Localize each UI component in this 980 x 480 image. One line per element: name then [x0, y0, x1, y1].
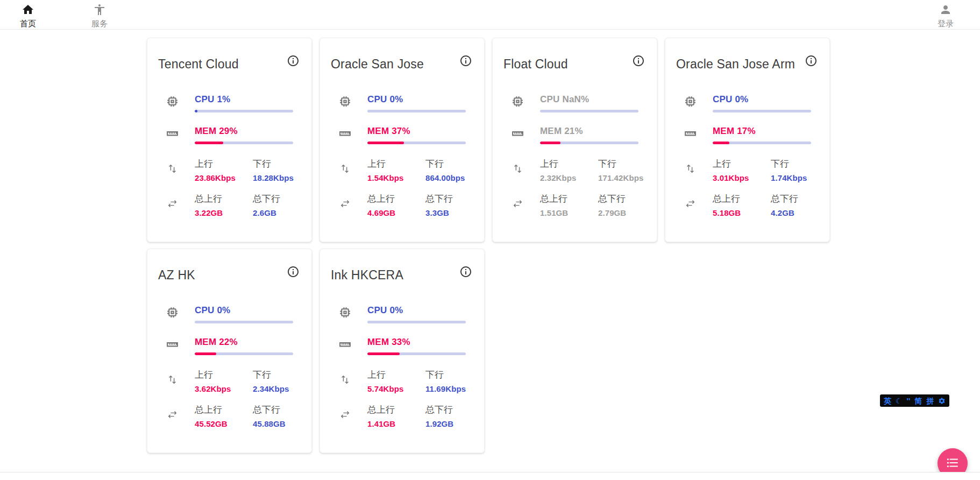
download-label: 下行	[425, 158, 484, 170]
cpu-row: CPU 0%	[338, 305, 466, 323]
cpu-progress-bar	[367, 321, 466, 323]
server-cards-grid: Tencent Cloud CPU 1%	[147, 38, 842, 453]
download-label: 下行	[253, 158, 311, 170]
cpu-chip-icon	[166, 94, 195, 110]
server-card: Tencent Cloud CPU 1%	[147, 38, 312, 242]
cpu-row: CPU NaN%	[511, 94, 638, 112]
total-download-stat: 总下行 2.6GB	[253, 193, 311, 217]
mem-progress-bar	[713, 142, 811, 144]
nav-item-login[interactable]: 登录	[924, 0, 967, 29]
total-upload-label: 总上行	[713, 193, 771, 205]
cpu-value: 0%	[217, 305, 230, 315]
speed-row: 上行 5.74Kbps 下行 11.69Kbps	[338, 369, 466, 393]
upload-stat: 上行 23.86Kbps	[195, 158, 253, 182]
mem-bar-fill	[367, 142, 404, 144]
download-value: 11.69Kbps	[425, 384, 484, 393]
person-icon	[939, 3, 952, 18]
mem-progress-bar	[367, 142, 466, 144]
ime-pinyin-toggle[interactable]: 拼	[926, 397, 934, 405]
server-card: AZ HK CPU 0%	[147, 249, 312, 453]
total-upload-label: 总上行	[195, 404, 253, 416]
download-value: 864.00bps	[425, 173, 484, 182]
total-upload-stat: 总上行 4.69GB	[367, 193, 425, 217]
upload-stat: 上行 5.74Kbps	[367, 369, 425, 393]
total-upload-value: 4.69GB	[367, 208, 425, 217]
total-upload-label: 总上行	[367, 404, 425, 416]
total-upload-stat: 总上行 1.41GB	[367, 404, 425, 428]
upload-value: 23.86Kbps	[195, 173, 253, 182]
speed-row: 上行 3.01Kbps 下行 1.74Kbps	[684, 158, 811, 182]
upload-label: 上行	[367, 369, 425, 381]
mem-label: MEM 29%	[195, 126, 293, 137]
cpu-chip-icon	[511, 94, 540, 110]
upload-stat: 上行 2.32Kbps	[540, 158, 598, 182]
server-name: Oracle San Jose	[331, 57, 424, 72]
total-download-label: 总下行	[253, 404, 311, 416]
server-name: Tencent Cloud	[158, 57, 239, 72]
download-label: 下行	[425, 369, 484, 381]
info-icon[interactable]	[459, 265, 472, 278]
upload-value: 3.01Kbps	[713, 173, 771, 182]
swap-horizontal-icon	[166, 404, 195, 423]
download-stat: 下行 1.74Kbps	[771, 158, 829, 182]
total-download-label: 总下行	[425, 404, 484, 416]
cpu-chip-icon	[338, 94, 367, 110]
swap-vertical-icon	[166, 158, 195, 178]
mem-row: MEM 22%	[166, 337, 293, 355]
mem-row: MEM 37%	[338, 126, 466, 144]
ime-toolbar: 英 ☾ '' 简 拼	[880, 394, 949, 407]
cpu-label: CPU 0%	[713, 94, 811, 105]
info-icon[interactable]	[287, 54, 300, 67]
cpu-value: NaN%	[562, 94, 589, 104]
ime-simplified-toggle[interactable]: 简	[914, 397, 922, 405]
total-download-label: 总下行	[253, 193, 311, 205]
download-value: 171.42Kbps	[598, 173, 656, 182]
upload-label: 上行	[195, 369, 253, 381]
total-row: 总上行 1.41GB 总下行 1.92GB	[338, 404, 466, 428]
server-name: Ink HKCERA	[331, 268, 403, 283]
mem-progress-bar	[367, 352, 466, 355]
server-name: AZ HK	[158, 268, 195, 283]
gear-icon[interactable]	[938, 397, 946, 405]
cpu-value: 0%	[735, 94, 748, 104]
ruler-icon	[338, 126, 367, 142]
ime-language-toggle[interactable]: 英	[884, 397, 891, 405]
upload-stat: 上行 1.54Kbps	[367, 158, 425, 182]
mem-value: 37%	[392, 126, 410, 136]
total-download-value: 4.2GB	[771, 208, 829, 217]
mem-label: MEM 37%	[367, 126, 466, 137]
info-icon[interactable]	[805, 54, 818, 67]
top-navigation: 首页 服务 登录	[0, 0, 980, 30]
server-card: Ink HKCERA CPU 0%	[319, 249, 485, 453]
mem-label: MEM 17%	[713, 126, 811, 137]
cpu-label: CPU 0%	[367, 305, 466, 316]
nav-item-services[interactable]: 服务	[78, 0, 121, 29]
cpu-bar-fill	[195, 110, 197, 112]
swap-horizontal-icon	[338, 193, 367, 213]
info-icon[interactable]	[287, 265, 300, 278]
cpu-label: CPU 1%	[195, 94, 293, 105]
moon-icon[interactable]: ☾	[896, 397, 903, 405]
info-icon[interactable]	[459, 54, 472, 67]
nav-home-label: 首页	[20, 19, 36, 29]
cpu-value: 1%	[217, 94, 230, 104]
info-icon[interactable]	[632, 54, 645, 67]
cpu-row: CPU 1%	[166, 94, 293, 112]
punctuation-icon[interactable]: ''	[907, 397, 911, 405]
nav-services-label: 服务	[91, 19, 108, 29]
card-header: Oracle San Jose	[338, 54, 466, 72]
total-upload-label: 总上行	[195, 193, 253, 205]
total-row: 总上行 3.22GB 总下行 2.6GB	[166, 193, 293, 217]
total-download-label: 总下行	[598, 193, 656, 205]
nav-item-home[interactable]: 首页	[6, 0, 49, 29]
total-row: 总上行 4.69GB 总下行 3.3GB	[338, 193, 466, 217]
cpu-progress-bar	[195, 321, 293, 323]
swap-horizontal-icon	[166, 193, 195, 213]
nav-login-label: 登录	[938, 19, 954, 29]
speed-row: 上行 23.86Kbps 下行 18.28Kbps	[166, 158, 293, 182]
mem-bar-fill	[195, 142, 223, 144]
download-value: 18.28Kbps	[253, 173, 311, 182]
total-upload-stat: 总上行 5.18GB	[713, 193, 771, 217]
upload-value: 1.54Kbps	[367, 173, 425, 182]
cpu-chip-icon	[166, 305, 195, 321]
